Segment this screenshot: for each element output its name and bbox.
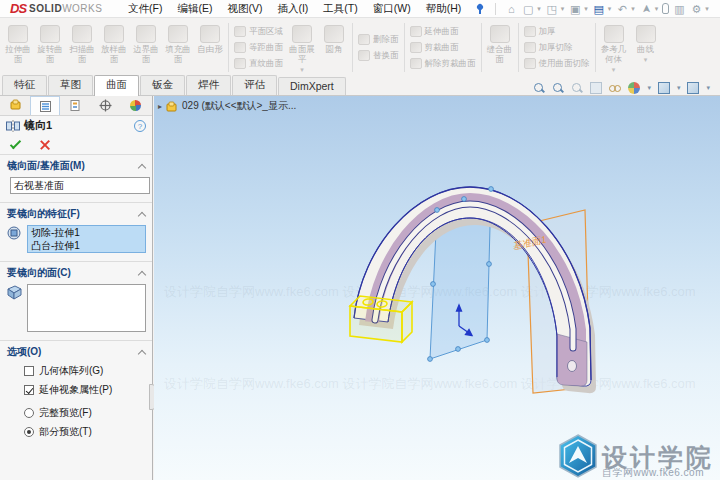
feature-manager-tab[interactable] — [0, 96, 30, 115]
cancel-x-button[interactable] — [39, 139, 50, 150]
model-canvas[interactable]: 设计学院自学网www.fke6.com 设计学院自学网www.fke6.com … — [154, 96, 720, 480]
options-dropdown-caret[interactable]: ▾ — [705, 5, 709, 13]
configuration-manager-tab[interactable] — [60, 96, 90, 115]
view-orientation-icon[interactable] — [658, 82, 670, 94]
home-icon[interactable]: ⌂ — [504, 2, 518, 16]
dimxpert-manager-tab[interactable] — [90, 96, 120, 115]
partial-preview-radio[interactable] — [24, 427, 34, 437]
mirror-face-section-header[interactable]: 镜向面/基准面(M) — [0, 155, 152, 175]
flatten-surface-button[interactable]: 曲面展平▾ — [286, 21, 318, 74]
new-dropdown-caret[interactable]: ▾ — [537, 5, 541, 13]
edit-appearance-icon[interactable] — [628, 82, 640, 94]
faces-section-header[interactable]: 要镜向的面(C) — [0, 262, 152, 282]
select-cursor-icon[interactable]: ➤ — [639, 2, 653, 16]
collapse-chevron-icon[interactable] — [138, 163, 146, 171]
appearance-caret[interactable]: ▾ — [647, 84, 651, 92]
cut-with-surface-button[interactable]: 使用曲面切除 — [524, 57, 590, 71]
tab-surfaces[interactable]: 曲面 — [94, 75, 139, 96]
menu-file[interactable]: 文件(F) — [128, 2, 162, 16]
open-icon[interactable]: ◳ — [545, 2, 559, 16]
menu-view[interactable]: 视图(V) — [227, 2, 262, 16]
feature-tree-flyout[interactable]: ▸ 029 (默认<<默认>_显示... — [158, 99, 296, 113]
display-style-icon[interactable] — [687, 82, 699, 94]
thicken-button[interactable]: 加厚 — [524, 25, 590, 39]
menu-help[interactable]: 帮助(H) — [426, 2, 462, 16]
collapse-chevron-icon[interactable] — [138, 349, 146, 357]
ok-check-button[interactable] — [10, 137, 21, 148]
zoom-to-area-icon[interactable] — [552, 82, 564, 94]
menu-tools[interactable]: 工具(T) — [323, 2, 357, 16]
print-icon[interactable]: ▤ — [592, 2, 606, 16]
geometry-pattern-option[interactable]: 几何体阵列(G) — [0, 361, 152, 380]
tab-features[interactable]: 特征 — [2, 75, 47, 95]
revolved-surface-button[interactable]: 旋转曲面 — [34, 21, 66, 74]
options-gear-icon[interactable]: ⚙ — [689, 2, 703, 16]
display-style-caret[interactable]: ▾ — [706, 84, 710, 92]
new-document-icon[interactable]: ▢ — [521, 2, 535, 16]
fillet-button[interactable]: 圆角 — [318, 21, 350, 74]
zoom-to-fit-icon[interactable] — [533, 82, 545, 94]
thickened-cut-button[interactable]: 加厚切除 — [524, 41, 590, 55]
ruled-surface-button[interactable]: 直纹曲面 — [234, 57, 283, 71]
property-manager-tab[interactable] — [30, 96, 60, 115]
save-icon[interactable]: ▣ — [568, 2, 582, 16]
reference-geometry-caret[interactable]: ▾ — [612, 66, 616, 74]
options-section-header[interactable]: 选项(O) — [0, 341, 152, 361]
menu-edit[interactable]: 编辑(E) — [177, 2, 212, 16]
tab-dimxpert[interactable]: DimXpert — [278, 77, 346, 95]
tab-sketch[interactable]: 草图 — [48, 75, 93, 95]
select-dropdown-caret[interactable]: ▾ — [655, 5, 659, 13]
list-item[interactable]: 切除-拉伸1 — [28, 226, 145, 239]
tab-weldments[interactable]: 焊件 — [186, 75, 231, 95]
knit-surface-button[interactable]: 缝合曲面 — [484, 21, 516, 74]
list-item[interactable]: 凸台-拉伸1 — [28, 239, 145, 252]
previous-view-icon[interactable] — [571, 82, 583, 94]
features-section-header[interactable]: 要镜向的特征(F) — [0, 203, 152, 223]
attach-icon[interactable] — [662, 3, 669, 14]
extruded-surface-button[interactable]: 拉伸曲面 — [2, 21, 34, 74]
geometry-pattern-checkbox[interactable] — [24, 366, 34, 376]
expand-arrow-icon[interactable]: ▸ — [158, 102, 162, 111]
freeform-button[interactable]: 自由形 — [194, 21, 226, 74]
open-dropdown-caret[interactable]: ▾ — [561, 5, 565, 13]
print-dropdown-caret[interactable]: ▾ — [608, 5, 612, 13]
flatten-dropdown-caret[interactable]: ▾ — [300, 66, 304, 74]
undo-icon[interactable]: ↶ — [615, 2, 629, 16]
partial-preview-option[interactable]: 部分预览(T) — [0, 422, 152, 441]
features-to-mirror-list[interactable]: 切除-拉伸1 凸台-拉伸1 — [27, 225, 146, 253]
untrim-surface-button[interactable]: 解除剪裁曲面 — [410, 57, 476, 71]
tab-evaluate[interactable]: 评估 — [232, 75, 277, 95]
propagate-visual-option[interactable]: 延伸视象属性(P) — [0, 380, 152, 399]
replace-face-button[interactable]: 替换面 — [358, 49, 399, 63]
curves-button[interactable]: 曲线▾ — [630, 21, 662, 74]
offset-surface-button[interactable]: 等距曲面 — [234, 41, 283, 55]
collapse-chevron-icon[interactable] — [138, 270, 146, 278]
tab-sheet-metal[interactable]: 钣金 — [140, 75, 185, 95]
lofted-surface-button[interactable]: 放样曲面 — [98, 21, 130, 74]
menu-window[interactable]: 窗口(W) — [373, 2, 411, 16]
full-preview-radio[interactable] — [24, 408, 34, 418]
swept-surface-button[interactable]: 扫描曲面 — [66, 21, 98, 74]
reference-geometry-button[interactable]: 参考几何体▾ — [598, 21, 630, 74]
trim-surface-button[interactable]: 剪裁曲面 — [410, 41, 476, 55]
menu-insert[interactable]: 插入(I) — [277, 2, 308, 16]
full-preview-option[interactable]: 完整预览(F) — [0, 403, 152, 422]
pin-icon[interactable] — [475, 4, 485, 14]
hide-show-items-icon[interactable] — [609, 82, 621, 94]
curves-caret[interactable]: ▾ — [644, 56, 648, 64]
view-orientation-caret[interactable]: ▾ — [677, 84, 681, 92]
collapse-chevron-icon[interactable] — [138, 211, 146, 219]
help-icon[interactable]: ? — [134, 120, 146, 132]
propagate-visual-checkbox[interactable] — [24, 385, 34, 395]
undo-dropdown-caret[interactable]: ▾ — [631, 5, 635, 13]
mirror-plane-field[interactable] — [10, 177, 150, 194]
filled-surface-button[interactable]: 填充曲面 — [162, 21, 194, 74]
planar-surface-button[interactable]: 平面区域 — [234, 25, 283, 39]
section-view-icon[interactable] — [590, 82, 602, 94]
save-dropdown-caret[interactable]: ▾ — [584, 5, 588, 13]
graphics-viewport[interactable]: 设计学院自学网www.fke6.com 设计学院自学网www.fke6.com … — [154, 96, 720, 480]
boundary-surface-button[interactable]: 边界曲面 — [130, 21, 162, 74]
delete-face-button[interactable]: 删除面 — [358, 33, 399, 47]
faces-to-mirror-list[interactable] — [27, 284, 146, 332]
display-manager-tab[interactable] — [120, 96, 150, 115]
